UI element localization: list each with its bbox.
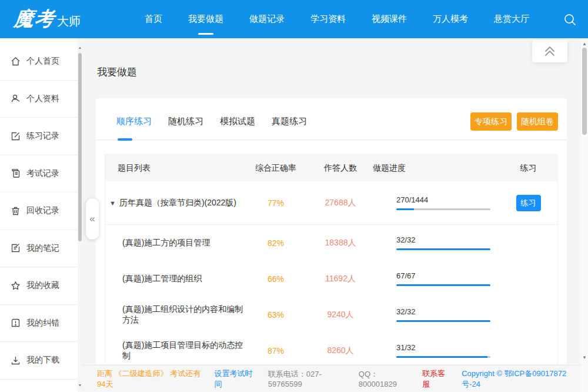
progress-text: 31/32	[396, 343, 499, 352]
logo-text-suffix: 大师	[57, 14, 81, 29]
col-header-title: 题目列表	[105, 163, 243, 174]
footer: 距离 《二级建造师》 考试还有 94天 设置考试时间 联系电话：027-5976…	[82, 365, 581, 392]
page-scroll-up-arrow[interactable]: ▲	[581, 41, 588, 46]
table-row: (真题)施工管理的组织 66% 11692人 67/67	[105, 261, 557, 297]
exam-countdown: 距离 《二级建造师》 考试还有 94天	[97, 368, 208, 390]
active-nav-underline	[198, 33, 213, 35]
progress-text: 67/67	[396, 271, 499, 280]
search-icon[interactable]	[561, 11, 579, 28]
row-accuracy: 63%	[243, 310, 308, 320]
sidebar: 个人首页 个人资料 练习记录 考试记录 回收记录 我的笔记 我的收藏 我的纠错	[0, 38, 82, 392]
table-row: (真题)施工方的项目管理 82% 18388人 32/32	[105, 225, 557, 261]
edit-icon	[11, 131, 21, 141]
nav-item-home[interactable]: 首页	[132, 0, 175, 38]
nav-item-question-record[interactable]: 做题记录	[236, 0, 298, 38]
table-row: (真题)施工组织设计的内容和编制方法 63% 9240人 32/32	[105, 297, 557, 333]
sidebar-item-label: 我的纠错	[26, 318, 59, 328]
copyright-text: Copyright © 鄂ICP备09017872号-24	[462, 368, 573, 390]
sidebar-item-practice-record[interactable]: 练习记录	[0, 118, 82, 155]
sidebar-item-label: 考试记录	[26, 168, 59, 179]
sidebar-item-label: 个人首页	[26, 56, 59, 67]
col-header-answered: 作答人数	[308, 163, 373, 174]
progress-bar	[396, 320, 490, 322]
progress-bar	[396, 248, 490, 250]
sidebar-item-recycle-record[interactable]: 回收记录	[0, 192, 82, 230]
sidebar-scrollbar[interactable]: ▲ ▼	[78, 38, 82, 392]
row-progress: 31/32	[373, 343, 499, 358]
page-scrollbar[interactable]: ▲ ▼	[581, 38, 588, 392]
sidebar-item-my-notes[interactable]: 我的笔记	[0, 230, 82, 268]
sidebar-item-label: 我的笔记	[26, 243, 59, 254]
tab-random-practice[interactable]: 随机练习	[168, 116, 203, 127]
progress-bar	[396, 356, 490, 358]
row-progress: 67/67	[373, 271, 499, 286]
row-progress: 32/32	[373, 307, 499, 322]
sidebar-item-my-favorites[interactable]: 我的收藏	[0, 267, 82, 305]
progress-text: 270/1444	[396, 195, 499, 204]
question-table: 题目列表 综合正确率 作答人数 做题进度 练习 ▼ 历年真题（按章节归类)(20…	[105, 154, 558, 365]
progress-text: 32/32	[396, 235, 499, 244]
note-icon	[11, 243, 21, 253]
row-title[interactable]: (真题)施工组织设计的内容和编制方法	[122, 304, 243, 325]
row-accuracy: 82%	[243, 238, 308, 248]
table-header: 题目列表 综合正确率 作答人数 做题进度 练习	[105, 155, 557, 181]
tab-sequential-practice[interactable]: 顺序练习	[116, 116, 152, 127]
nav-item-reward-hall[interactable]: 悬赏大厅	[481, 0, 542, 38]
sidebar-item-my-corrections[interactable]: 我的纠错	[0, 305, 82, 343]
table-row: (真题)施工项目管理目标的动态控制 87% 8260人 31/32	[105, 333, 557, 365]
nav-item-video-courseware[interactable]: 视频课件	[359, 0, 420, 38]
sidebar-scroll-thumb[interactable]	[78, 53, 82, 241]
row-answered: 18388人	[308, 238, 373, 248]
tab-real-exam-practice[interactable]: 真题练习	[272, 116, 307, 127]
page-title: 我要做题	[82, 38, 581, 79]
sidebar-collapse-handle[interactable]: «	[86, 198, 99, 240]
row-title[interactable]: (真题)施工管理的组织	[122, 274, 202, 284]
sidebar-item-personal-home[interactable]: 个人首页	[0, 43, 82, 81]
active-tab-indicator	[118, 138, 132, 141]
sidebar-item-label: 我的收藏	[26, 280, 59, 291]
main-nav: 首页 我要做题 做题记录 学习资料 视频课件 万人模考 悬赏大厅	[132, 0, 542, 38]
col-header-practice: 练习	[499, 163, 557, 174]
practice-button[interactable]: 练习	[516, 195, 541, 211]
row-answered: 27688人	[308, 198, 373, 208]
nav-item-mock-exam[interactable]: 万人模考	[420, 0, 481, 38]
app-logo[interactable]: 魔考 大师	[14, 6, 102, 32]
tab-mock-test[interactable]: 模拟试题	[220, 116, 255, 127]
col-header-progress: 做题进度	[373, 163, 499, 174]
nav-item-do-questions[interactable]: 我要做题	[175, 0, 236, 38]
download-icon	[11, 356, 21, 366]
page-scroll-down-arrow[interactable]: ▼	[581, 355, 588, 360]
back-to-top-button[interactable]	[532, 40, 567, 62]
top-header: 魔考 大师 首页 我要做题 做题记录 学习资料 视频课件 万人模考 悬赏大厅	[0, 0, 588, 38]
sidebar-item-my-downloads[interactable]: 我的下载	[0, 342, 82, 380]
scroll-up-arrow[interactable]: ▲	[78, 45, 82, 49]
random-paper-button[interactable]: 随机组卷	[517, 112, 558, 131]
sidebar-item-label: 回收记录	[26, 205, 59, 216]
main-content: 我要做题 顺序练习 随机练习 模拟试题 真题练习 专项练习 随机组卷 题目列表 …	[82, 38, 581, 365]
star-icon	[11, 281, 21, 291]
contact-service-link[interactable]: 联系客服	[422, 368, 450, 390]
set-exam-time-link[interactable]: 设置考试时间	[214, 368, 256, 390]
row-title[interactable]: (真题)施工项目管理目标的动态控制	[122, 340, 243, 361]
practice-card: 顺序练习 随机练习 模拟试题 真题练习 专项练习 随机组卷 题目列表 综合正确率…	[96, 98, 567, 364]
progress-bar	[396, 208, 490, 210]
progress-text: 32/32	[396, 307, 499, 316]
scroll-down-arrow[interactable]: ▼	[78, 383, 82, 387]
row-progress: 270/1444	[373, 195, 499, 210]
contact-phone: 联系电话：027-59765599	[268, 369, 347, 388]
row-title[interactable]: (真题)施工方的项目管理	[122, 238, 210, 248]
page-scroll-thumb[interactable]	[582, 48, 587, 135]
row-answered: 9240人	[308, 310, 373, 320]
sidebar-item-label: 我的下载	[26, 355, 59, 366]
col-header-accuracy: 综合正确率	[243, 163, 308, 174]
nav-item-study-material[interactable]: 学习资料	[298, 0, 359, 38]
sidebar-item-personal-info[interactable]: 个人资料	[0, 81, 82, 118]
special-practice-button[interactable]: 专项练习	[470, 112, 512, 131]
trash-icon	[11, 206, 21, 216]
progress-bar	[396, 284, 490, 286]
collapse-caret-icon[interactable]: ▼	[109, 200, 116, 207]
sidebar-item-exam-record[interactable]: 考试记录	[0, 155, 82, 193]
row-title[interactable]: 历年真题（按章节归类)(2022版)	[119, 198, 236, 208]
user-icon	[11, 94, 21, 104]
logo-text-main: 魔考	[13, 6, 57, 32]
